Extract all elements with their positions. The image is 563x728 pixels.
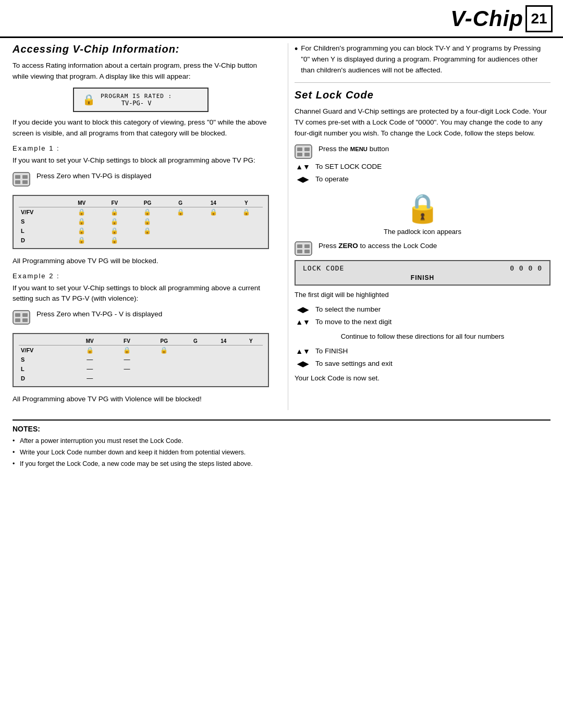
- step-operate-row: ◀▶ To operate: [295, 175, 550, 184]
- example2-step-text: Press Zero when TV-PG - V is displayed: [36, 310, 162, 319]
- arrow-lr-icon-2: ◀▶: [295, 305, 311, 314]
- step-menu-text: Press the MENU button: [319, 144, 389, 154]
- step-set-lock-row: ▲▼ To SET LOCK CODE: [295, 162, 550, 172]
- svg-rect-0: [13, 172, 30, 186]
- menu-button-icon-4: [295, 241, 312, 256]
- menu-button-icon-3: [295, 144, 312, 159]
- page-number: 21: [525, 5, 553, 32]
- padlock-icon-large: 🔒: [295, 192, 550, 225]
- continue-text: Continue to follow these directions for …: [295, 331, 550, 342]
- page-title: V-Chip: [450, 6, 523, 31]
- svg-rect-4: [22, 180, 28, 184]
- menu-button-icon: [13, 172, 30, 187]
- svg-rect-19: [304, 250, 310, 253]
- svg-rect-12: [304, 147, 310, 151]
- note-item-1: After a power interruption you must rese…: [13, 436, 550, 446]
- lock-icon-small: 🔒: [82, 93, 95, 106]
- lock-code-label: LOCK CODE: [303, 264, 344, 272]
- final-text: Your Lock Code is now set.: [295, 373, 550, 384]
- notes-list: After a power interruption you must rese…: [13, 436, 550, 468]
- note-item-2: Write your Lock Code number down and kee…: [13, 448, 550, 458]
- rating-grid-1: MVFVPGG14Y V/FV 🔒🔒🔒🔒🔒🔒 S 🔒🔒🔒 L 🔒🔒: [13, 195, 269, 249]
- example2-note: All Programming above TV PG with Violenc…: [13, 394, 269, 405]
- step-next-digit-row: ▲▼ To move to the next digit: [295, 317, 550, 327]
- step-finish-text: To FINISH: [315, 347, 348, 356]
- svg-rect-6: [15, 313, 20, 317]
- main-content: Accessing V-Chip Information: To access …: [0, 43, 563, 410]
- svg-rect-1: [15, 175, 20, 179]
- svg-rect-8: [15, 318, 20, 322]
- first-digit-text: The first digit will be highlighted: [295, 290, 550, 300]
- notes-section: NOTES: After a power interruption you mu…: [13, 419, 550, 468]
- arrow-up-down-icon: ▲▼: [295, 163, 311, 171]
- example1-text: If you want to set your V-Chip settings …: [13, 155, 269, 166]
- svg-rect-14: [304, 153, 310, 156]
- program-rated-value: TV-PG- V: [101, 100, 172, 107]
- svg-rect-7: [22, 313, 28, 317]
- divider: [295, 82, 550, 83]
- step-operate-text: To operate: [315, 175, 349, 184]
- step-save-row: ◀▶ To save settings and exit: [295, 359, 550, 369]
- svg-rect-11: [297, 147, 302, 151]
- svg-rect-2: [22, 175, 28, 179]
- arrow-lr-icon-3: ◀▶: [295, 360, 311, 368]
- program-rated-label: PROGRAM IS RATED :: [101, 93, 172, 100]
- step-save-text: To save settings and exit: [315, 359, 393, 369]
- svg-rect-18: [297, 250, 302, 253]
- svg-rect-17: [304, 244, 310, 248]
- svg-rect-13: [297, 153, 302, 156]
- example1-label: Example 1 :: [13, 144, 269, 152]
- step-select-number-text: To select the number: [315, 305, 381, 315]
- svg-rect-5: [13, 311, 30, 324]
- padlock-appears-text: The padlock icon appears: [295, 227, 550, 237]
- step-menu-row: Press the MENU button: [295, 144, 550, 159]
- arrow-ud-icon-2: ▲▼: [295, 318, 311, 326]
- example1-step-text: Press Zero when TV-PG is displayed: [36, 171, 151, 181]
- example1-step-row: Press Zero when TV-PG is displayed: [13, 171, 269, 187]
- step-select-number-row: ◀▶ To select the number: [295, 305, 550, 315]
- right-column: • For Children's programming you can blo…: [288, 43, 550, 410]
- svg-rect-3: [15, 180, 20, 184]
- page-header: V-Chip 21: [0, 0, 563, 38]
- lock-code-value: 0 0 0 0: [510, 264, 542, 272]
- svg-rect-16: [297, 244, 302, 248]
- set-lock-intro: Channel Guard and V-Chip settings are pr…: [295, 106, 550, 139]
- block-text: If you decide you want to block this cat…: [13, 117, 269, 139]
- bullet-dot: •: [295, 43, 298, 55]
- step-finish-row: ▲▼ To FINISH: [295, 347, 550, 356]
- example2-text: If you want to set your V-Chip settings …: [13, 283, 269, 305]
- lock-code-row: LOCK CODE 0 0 0 0: [303, 264, 542, 272]
- notes-label: NOTES:: [13, 425, 550, 433]
- bullet-text: For Children's programming you can block…: [301, 43, 550, 76]
- example1-note: All Programming above TV PG will be bloc…: [13, 256, 269, 267]
- left-intro-text: To access Rating information about a cer…: [13, 60, 269, 82]
- program-rated-display: 🔒 PROGRAM IS RATED : TV-PG- V: [73, 88, 209, 112]
- set-lock-title: Set Lock Code: [295, 89, 550, 101]
- arrow-ud-icon-3: ▲▼: [295, 347, 311, 355]
- note-item-3: If you forget the Lock Code, a new code …: [13, 459, 550, 469]
- lock-code-display: LOCK CODE 0 0 0 0 FINISH: [295, 260, 550, 286]
- lock-code-finish: FINISH: [303, 274, 542, 281]
- program-rated-text: PROGRAM IS RATED : TV-PG- V: [101, 93, 172, 107]
- press-zero-text: Press ZERO to access the Lock Code: [319, 241, 437, 251]
- step-set-lock-text: To SET LOCK CODE: [315, 162, 382, 172]
- rating-grid-2: MVFVPGG14Y V/FV 🔒🔒🔒 S —— L ——: [13, 333, 269, 387]
- arrow-left-right-icon: ◀▶: [295, 175, 311, 183]
- left-section-title: Accessing V-Chip Information:: [13, 43, 269, 55]
- example2-step-row: Press Zero when TV-PG - V is displayed: [13, 310, 269, 325]
- press-zero-row: Press ZERO to access the Lock Code: [295, 241, 550, 256]
- menu-button-icon-2: [13, 310, 30, 325]
- svg-rect-10: [295, 145, 312, 158]
- svg-rect-9: [22, 318, 28, 322]
- step-next-digit-text: To move to the next digit: [315, 317, 391, 327]
- example2-label: Example 2 :: [13, 272, 269, 280]
- left-column: Accessing V-Chip Information: To access …: [13, 43, 275, 410]
- svg-rect-15: [295, 242, 312, 255]
- children-programming-para: • For Children's programming you can blo…: [295, 43, 550, 76]
